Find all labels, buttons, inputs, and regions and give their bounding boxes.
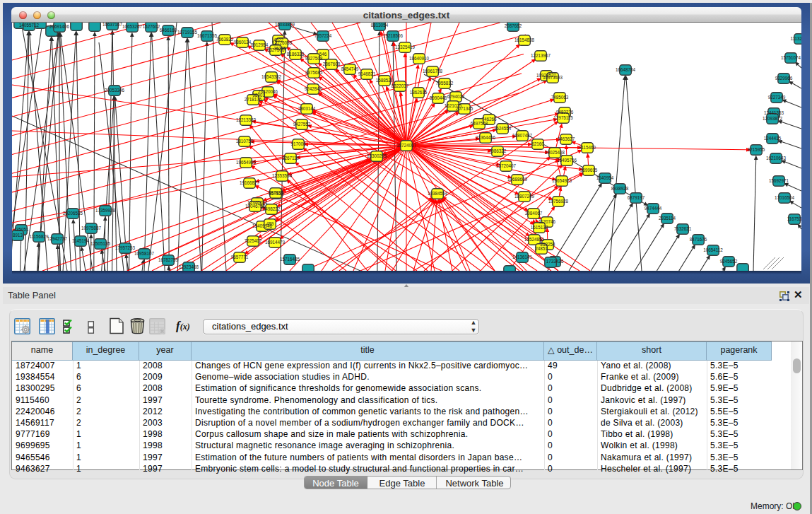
svg-text:17359928: 17359928 bbox=[95, 208, 116, 213]
svg-text:1615132: 1615132 bbox=[531, 225, 548, 230]
svg-text:8913: 8913 bbox=[13, 233, 23, 238]
svg-text:17016504: 17016504 bbox=[775, 195, 795, 200]
svg-text:1733426: 1733426 bbox=[546, 259, 564, 264]
svg-text:9699695: 9699695 bbox=[580, 168, 598, 173]
svg-text:6794028: 6794028 bbox=[447, 94, 465, 99]
svg-text:12505135: 12505135 bbox=[90, 241, 111, 246]
svg-text:917006: 917006 bbox=[290, 141, 306, 146]
svg-text:1527602: 1527602 bbox=[143, 24, 160, 29]
svg-text:16648784: 16648784 bbox=[616, 67, 636, 72]
svg-text:9327508: 9327508 bbox=[305, 56, 323, 61]
svg-text:116753: 116753 bbox=[787, 216, 801, 221]
svg-text:62160: 62160 bbox=[531, 141, 544, 146]
svg-text:13524851: 13524851 bbox=[524, 237, 545, 242]
svg-text:16961758: 16961758 bbox=[423, 69, 443, 74]
svg-text:16543382: 16543382 bbox=[261, 74, 282, 79]
svg-text:18300295: 18300295 bbox=[367, 153, 387, 158]
svg-text:12923468: 12923468 bbox=[179, 264, 199, 269]
svg-text:6466160: 6466160 bbox=[160, 28, 177, 33]
svg-text:19384554: 19384554 bbox=[428, 191, 448, 196]
svg-text:1145194: 1145194 bbox=[72, 238, 90, 243]
svg-text:2071345: 2071345 bbox=[456, 106, 473, 111]
svg-text:10958107: 10958107 bbox=[134, 251, 155, 256]
svg-text:14055712: 14055712 bbox=[19, 23, 40, 28]
svg-text:19756928: 19756928 bbox=[548, 199, 569, 204]
svg-text:20206535: 20206535 bbox=[63, 211, 83, 216]
svg-text:15692971: 15692971 bbox=[769, 178, 789, 183]
svg-text:19654923: 19654923 bbox=[552, 178, 572, 183]
svg-text:7955812: 7955812 bbox=[436, 81, 454, 86]
svg-text:1588520: 1588520 bbox=[376, 78, 394, 83]
svg-text:7632621: 7632621 bbox=[674, 226, 692, 231]
svg-text:12213967: 12213967 bbox=[531, 53, 551, 58]
svg-text:11132474: 11132474 bbox=[790, 36, 801, 41]
svg-text:9327506: 9327506 bbox=[267, 47, 285, 52]
svg-text:1810755: 1810755 bbox=[236, 139, 254, 144]
svg-text:18640910: 18640910 bbox=[409, 56, 430, 61]
svg-text:9227349: 9227349 bbox=[768, 95, 786, 100]
svg-text:8990448: 8990448 bbox=[430, 95, 447, 100]
svg-text:1362615: 1362615 bbox=[410, 90, 428, 95]
svg-text:10975887: 10975887 bbox=[81, 226, 102, 230]
svg-text:8454749: 8454749 bbox=[341, 66, 359, 71]
svg-text:8912954: 8912954 bbox=[251, 42, 269, 47]
svg-text:16671355: 16671355 bbox=[197, 33, 218, 38]
svg-text:13325419: 13325419 bbox=[395, 45, 416, 49]
svg-text:9474444: 9474444 bbox=[645, 206, 662, 211]
svg-text:9242848: 9242848 bbox=[305, 86, 322, 91]
svg-text:746266: 746266 bbox=[481, 117, 497, 122]
svg-text:14136141: 14136141 bbox=[512, 255, 533, 259]
svg-text:20053346: 20053346 bbox=[105, 88, 125, 93]
svg-text:9329966: 9329966 bbox=[775, 76, 793, 81]
svg-text:9657771: 9657771 bbox=[231, 255, 249, 259]
svg-text:18724007: 18724007 bbox=[396, 143, 417, 148]
svg-text:10807487: 10807487 bbox=[512, 133, 533, 138]
svg-text:9463627: 9463627 bbox=[558, 136, 575, 141]
svg-text:5498222: 5498222 bbox=[263, 206, 281, 211]
svg-text:10653267: 10653267 bbox=[122, 24, 143, 29]
svg-text:17957253: 17957253 bbox=[115, 245, 136, 250]
svg-text:3084067: 3084067 bbox=[525, 211, 543, 216]
svg-text:8267110: 8267110 bbox=[282, 156, 300, 160]
svg-text:18807249: 18807249 bbox=[514, 194, 535, 199]
svg-text:6497568: 6497568 bbox=[471, 121, 488, 126]
svg-text:10025438: 10025438 bbox=[545, 150, 565, 155]
svg-text:19654985: 19654985 bbox=[236, 160, 257, 165]
svg-text:10719155: 10719155 bbox=[177, 30, 198, 35]
svg-text:15751074: 15751074 bbox=[781, 55, 801, 60]
svg-text:6879197: 6879197 bbox=[628, 195, 645, 200]
svg-text:11156829: 11156829 bbox=[29, 234, 49, 239]
svg-text:2718176: 2718176 bbox=[245, 97, 262, 102]
svg-text:16782759: 16782759 bbox=[158, 257, 179, 262]
svg-text:3624554: 3624554 bbox=[494, 126, 512, 131]
svg-text:15716485: 15716485 bbox=[280, 257, 300, 262]
svg-text:7625402: 7625402 bbox=[245, 238, 262, 243]
svg-text:24851: 24851 bbox=[535, 246, 548, 251]
svg-text:15495756: 15495756 bbox=[557, 158, 577, 163]
svg-text:21364456: 21364456 bbox=[476, 135, 496, 140]
svg-text:9115460: 9115460 bbox=[579, 145, 596, 150]
svg-text:15720407: 15720407 bbox=[496, 163, 517, 168]
svg-text:16210643: 16210643 bbox=[766, 156, 787, 160]
svg-text:9245652: 9245652 bbox=[720, 259, 738, 264]
svg-text:2867608: 2867608 bbox=[323, 62, 341, 66]
svg-text:2087682: 2087682 bbox=[505, 23, 522, 28]
svg-text:1244415: 1244415 bbox=[764, 136, 782, 141]
svg-text:10688609: 10688609 bbox=[507, 177, 528, 182]
svg-text:9146821: 9146821 bbox=[358, 71, 376, 76]
svg-text:19218506: 19218506 bbox=[383, 33, 404, 38]
svg-text:7986322: 7986322 bbox=[489, 148, 507, 153]
svg-text:8186328: 8186328 bbox=[287, 52, 305, 57]
svg-text:8938928: 8938928 bbox=[611, 186, 629, 191]
svg-text:12213382: 12213382 bbox=[236, 117, 257, 122]
svg-text:12093872: 12093872 bbox=[763, 116, 783, 121]
svg-text:16914479: 16914479 bbox=[265, 240, 286, 245]
svg-text:7485063: 7485063 bbox=[551, 95, 569, 100]
svg-text:10654112: 10654112 bbox=[703, 247, 723, 252]
svg-text:9860124: 9860124 bbox=[234, 40, 252, 45]
svg-text:7357224: 7357224 bbox=[314, 33, 332, 38]
svg-text:2803144: 2803144 bbox=[298, 106, 316, 111]
svg-text:12226058: 12226058 bbox=[272, 40, 293, 45]
svg-text:9482276: 9482276 bbox=[556, 110, 574, 115]
svg-text:16154838: 16154838 bbox=[514, 37, 535, 42]
